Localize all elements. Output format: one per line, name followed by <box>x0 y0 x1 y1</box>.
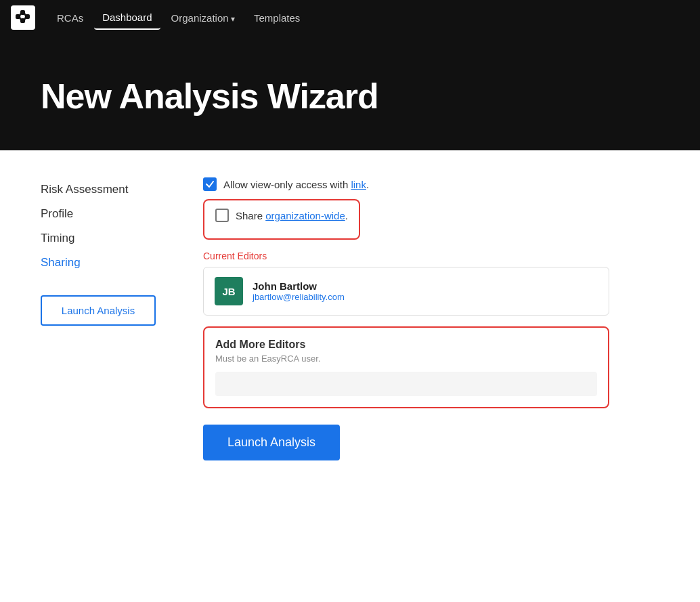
svg-rect-0 <box>16 15 20 18</box>
nav-links: RCAs Dashboard Organization Templates <box>49 6 308 30</box>
sidebar-item-risk-assessment[interactable]: Risk Assessment <box>41 177 176 202</box>
svg-rect-2 <box>26 15 29 18</box>
editor-email: jbartlow@reliability.com <box>253 292 345 302</box>
share-org-wide-row: Share organization-wide. <box>215 209 348 222</box>
editor-info: John Bartlow jbartlow@reliability.com <box>253 280 345 302</box>
sidebar-item-sharing[interactable]: Sharing <box>41 251 176 275</box>
add-editors-title: Add More Editors <box>215 339 597 351</box>
share-org-wide-checkbox[interactable] <box>215 209 229 222</box>
svg-rect-1 <box>21 11 24 14</box>
editor-avatar: JB <box>215 277 243 305</box>
nav-organization[interactable]: Organization <box>163 7 243 29</box>
sidebar: Risk Assessment Profile Timing Sharing L… <box>41 177 176 460</box>
share-org-wide-label: Share organization-wide. <box>236 210 348 221</box>
main-content: Risk Assessment Profile Timing Sharing L… <box>0 150 700 488</box>
sidebar-launch-button[interactable]: Launch Analysis <box>41 295 156 326</box>
add-editors-box: Add More Editors Must be an EasyRCA user… <box>203 326 609 408</box>
app-logo[interactable] <box>11 5 35 30</box>
current-editors-label: Current Editors <box>203 251 609 261</box>
nav-templates[interactable]: Templates <box>246 7 308 29</box>
nav-dashboard[interactable]: Dashboard <box>94 6 160 30</box>
svg-line-6 <box>20 17 21 21</box>
svg-rect-3 <box>21 19 24 22</box>
sidebar-item-timing[interactable]: Timing <box>41 226 176 251</box>
page-title: New Analysis Wizard <box>41 76 659 116</box>
launch-analysis-button[interactable]: Launch Analysis <box>203 425 340 460</box>
svg-line-5 <box>24 13 26 17</box>
allow-view-only-row: Allow view-only access with link. <box>203 177 609 191</box>
add-editors-input[interactable] <box>215 372 597 396</box>
svg-line-7 <box>24 17 26 21</box>
nav-rcas[interactable]: RCAs <box>49 7 91 29</box>
form-area: Allow view-only access with link. Share … <box>203 177 609 460</box>
sidebar-item-profile[interactable]: Profile <box>41 202 176 226</box>
share-org-outline-box: Share organization-wide. <box>203 199 360 240</box>
editor-name: John Bartlow <box>253 280 345 292</box>
add-editors-subtitle: Must be an EasyRCA user. <box>215 353 597 364</box>
editor-card: JB John Bartlow jbartlow@reliability.com <box>203 267 609 316</box>
navbar: RCAs Dashboard Organization Templates <box>0 0 700 35</box>
svg-line-4 <box>20 13 21 17</box>
allow-view-only-label: Allow view-only access with link. <box>223 179 369 190</box>
hero-section: New Analysis Wizard <box>0 35 700 150</box>
allow-view-only-checkbox[interactable] <box>203 177 217 191</box>
